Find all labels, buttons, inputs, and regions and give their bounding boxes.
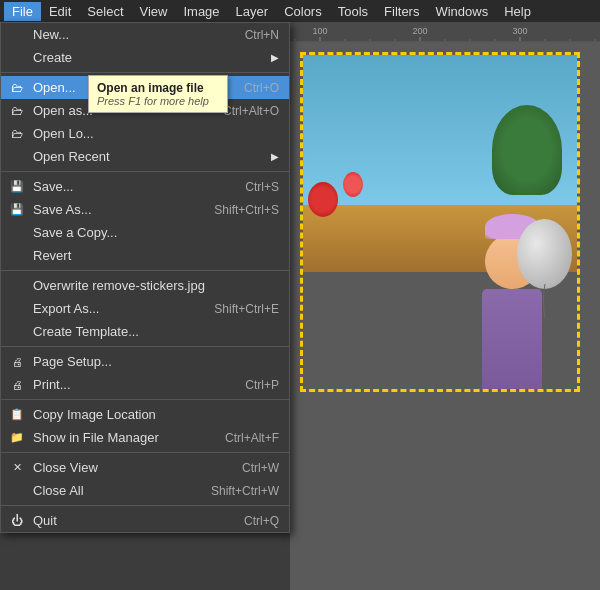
open-icon: 🗁	[7, 81, 27, 95]
svg-text:100: 100	[312, 26, 327, 36]
flower-red	[308, 182, 338, 217]
menu-select[interactable]: Select	[79, 2, 131, 21]
menu-layer[interactable]: Layer	[228, 2, 277, 21]
show-manager-icon: 📁	[7, 431, 27, 444]
menu-colors[interactable]: Colors	[276, 2, 330, 21]
menu-item-quit[interactable]: ⏻ Quit Ctrl+Q	[1, 509, 289, 532]
save-icon: 💾	[7, 180, 27, 193]
svg-text:200: 200	[412, 26, 427, 36]
menubar: File Edit Select View Image Layer Colors…	[0, 0, 600, 22]
menu-edit[interactable]: Edit	[41, 2, 79, 21]
menu-tools[interactable]: Tools	[330, 2, 376, 21]
separator-3	[1, 270, 289, 271]
open-location-icon: 🗁	[7, 127, 27, 141]
save-as-icon: 💾	[7, 203, 27, 216]
menu-help[interactable]: Help	[496, 2, 539, 21]
menu-item-copy-location[interactable]: 📋 Copy Image Location	[1, 403, 289, 426]
submenu-arrow: ▶	[271, 52, 279, 63]
menu-item-revert[interactable]: Revert	[1, 244, 289, 267]
menu-item-page-setup[interactable]: 🖨 Page Setup...	[1, 350, 289, 373]
balloon	[517, 219, 572, 289]
child-body	[482, 289, 542, 389]
menu-item-save-copy[interactable]: Save a Copy...	[1, 221, 289, 244]
menu-view[interactable]: View	[132, 2, 176, 21]
separator-4	[1, 346, 289, 347]
submenu-arrow-recent: ▶	[271, 151, 279, 162]
separator-7	[1, 505, 289, 506]
copy-location-icon: 📋	[7, 408, 27, 421]
separator-2	[1, 171, 289, 172]
menu-item-new[interactable]: New... Ctrl+N	[1, 23, 289, 46]
menu-item-export-as[interactable]: Export As... Shift+Ctrl+E	[1, 297, 289, 320]
quit-icon: ⏻	[7, 514, 27, 528]
menu-file[interactable]: File	[4, 2, 41, 21]
menu-item-save-as[interactable]: 💾 Save As... Shift+Ctrl+S	[1, 198, 289, 221]
menu-item-create[interactable]: Create ▶	[1, 46, 289, 69]
balloon-string	[540, 284, 550, 319]
separator-5	[1, 399, 289, 400]
menu-item-close-all[interactable]: Close All Shift+Ctrl+W	[1, 479, 289, 502]
separator-1	[1, 72, 289, 73]
menu-item-open-recent[interactable]: Open Recent ▶	[1, 145, 289, 168]
flower-red-2	[343, 172, 363, 197]
menu-item-show-manager[interactable]: 📁 Show in File Manager Ctrl+Alt+F	[1, 426, 289, 449]
menu-image[interactable]: Image	[175, 2, 227, 21]
image-canvas	[300, 52, 580, 392]
menu-item-close-view[interactable]: ✕ Close View Ctrl+W	[1, 456, 289, 479]
tree-element	[492, 105, 562, 195]
tooltip-help: Press F1 for more help	[97, 95, 219, 107]
menu-item-print[interactable]: 🖨 Print... Ctrl+P	[1, 373, 289, 396]
separator-6	[1, 452, 289, 453]
tooltip: Open an image file Press F1 for more hel…	[88, 75, 228, 113]
horizontal-ruler: 100 200 300	[290, 22, 600, 42]
open-as-icon: 🗁	[7, 104, 27, 118]
page-setup-icon: 🖨	[7, 356, 27, 368]
menu-filters[interactable]: Filters	[376, 2, 427, 21]
menu-item-open-location[interactable]: 🗁 Open Lo...	[1, 122, 289, 145]
print-icon: 🖨	[7, 379, 27, 391]
svg-text:300: 300	[512, 26, 527, 36]
menu-windows[interactable]: Windows	[427, 2, 496, 21]
menu-item-create-template[interactable]: Create Template...	[1, 320, 289, 343]
canvas-area	[290, 42, 600, 590]
tooltip-title: Open an image file	[97, 81, 219, 95]
menu-item-save[interactable]: 💾 Save... Ctrl+S	[1, 175, 289, 198]
menu-item-overwrite[interactable]: Overwrite remove-stickers.jpg	[1, 274, 289, 297]
close-view-icon: ✕	[7, 461, 27, 474]
